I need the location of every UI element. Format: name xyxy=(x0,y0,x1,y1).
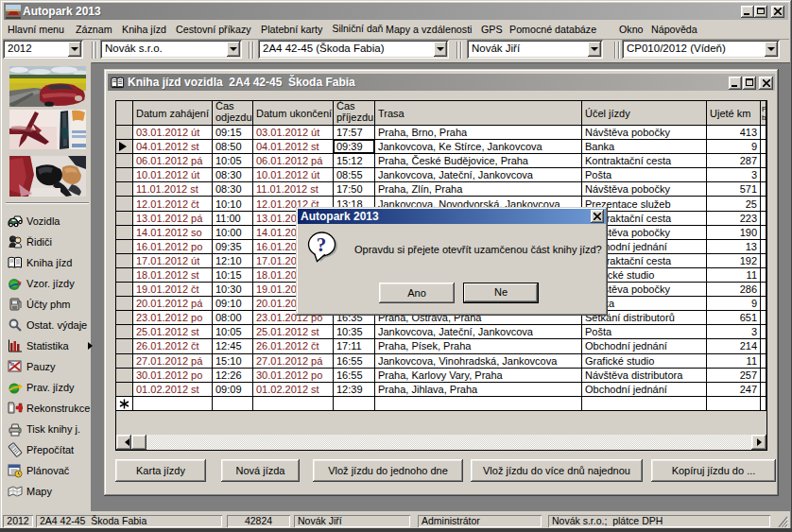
svg-text:?: ? xyxy=(317,233,327,256)
